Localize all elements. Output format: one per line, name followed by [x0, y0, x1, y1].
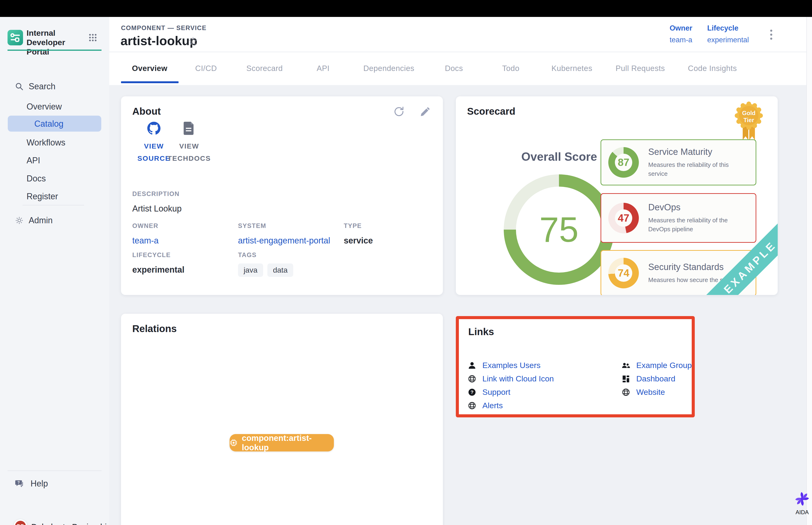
- tab-code-insights[interactable]: Code Insights: [688, 64, 737, 73]
- metric-desc: Measures the reliability of the DevOps p…: [648, 216, 749, 234]
- link-label: Dashboard: [636, 374, 675, 383]
- sidebar-item-help[interactable]: ? Help: [0, 477, 109, 490]
- metric-name: Security Standards: [648, 262, 739, 272]
- view-techdocs-link[interactable]: VIEW TECHDOCS: [166, 122, 213, 165]
- type-field-label: TYPE: [344, 222, 373, 229]
- tab-docs[interactable]: Docs: [445, 64, 463, 73]
- link-label: Example Group: [636, 361, 692, 370]
- overall-score-donut: 75: [504, 174, 614, 285]
- edit-pencil-icon[interactable]: [419, 106, 431, 117]
- aida-label: AIDA: [791, 509, 812, 515]
- link-with-cloud-icon[interactable]: Link with Cloud Icon: [468, 372, 554, 386]
- header-lifecycle: Lifecycle experimental: [707, 24, 749, 44]
- tab-dependencies[interactable]: Dependencies: [364, 64, 414, 73]
- about-card: About VIEW SOURCE: [121, 96, 443, 295]
- metric-ring: 87: [608, 147, 639, 178]
- metric-name: Service Maturity: [648, 147, 749, 157]
- globe-icon: [622, 388, 630, 396]
- sidebar-item-label: Overview: [27, 102, 62, 111]
- view-techdocs-label: VIEW TECHDOCS: [166, 140, 213, 165]
- owner-field-label: OWNER: [132, 222, 158, 229]
- user-name[interactable]: Debabrata Panigrahi: [31, 522, 107, 525]
- sidebar-item-label: API: [27, 155, 40, 165]
- tab-pull-requests[interactable]: Pull Requests: [616, 64, 665, 73]
- relations-card: Relations component:artist-lookup: [121, 314, 443, 525]
- owner-value[interactable]: team-a: [670, 36, 692, 44]
- entity-tabbar: Overview CI/CD Scorecard API Dependencie…: [109, 52, 806, 85]
- tab-todo[interactable]: Todo: [502, 64, 520, 73]
- tab-overview[interactable]: Overview: [132, 64, 168, 73]
- app-window: Internal Developer Portal Search Overvie…: [0, 0, 812, 525]
- owner-field-value[interactable]: team-a: [132, 236, 158, 245]
- relations-node-pill[interactable]: component:artist-lookup: [230, 434, 334, 451]
- sidebar-search[interactable]: Search: [0, 80, 109, 93]
- links-title: Links: [468, 326, 494, 338]
- lifecycle-label: Lifecycle: [707, 24, 749, 32]
- link-website[interactable]: Website: [622, 386, 692, 399]
- breadcrumb-kind: COMPONENT — SERVICE: [121, 25, 206, 32]
- sidebar-item-label: Register: [27, 192, 58, 201]
- scorecard-card: Scorecard Gold Tier Overall Scor: [456, 96, 778, 295]
- sidebar-item-workflows[interactable]: Workflows: [0, 136, 109, 149]
- sidebar-item-overview[interactable]: Overview: [0, 100, 109, 113]
- tab-kubernetes[interactable]: Kubernetes: [551, 64, 592, 73]
- metric-value: 47: [618, 212, 629, 224]
- system-field-label: SYSTEM: [238, 222, 330, 229]
- link-examples-users[interactable]: Examples Users: [468, 359, 554, 372]
- tab-scorecard[interactable]: Scorecard: [246, 64, 283, 73]
- sidebar-item-admin[interactable]: Admin: [0, 214, 109, 227]
- system-field-value[interactable]: artist-engagement-portal: [238, 236, 330, 245]
- tab-api[interactable]: API: [317, 64, 330, 73]
- link-label: Website: [636, 388, 665, 397]
- sidebar-item-docs[interactable]: Docs: [0, 172, 109, 185]
- metric-service-maturity[interactable]: 87 Service Maturity Measures the reliabi…: [600, 139, 756, 185]
- tags-field-label: TAGS: [238, 252, 293, 259]
- tab-cicd[interactable]: CI/CD: [195, 64, 217, 73]
- tag-chip[interactable]: data: [267, 264, 293, 277]
- sidebar-item-register[interactable]: Register: [0, 190, 109, 203]
- sidebar-item-api[interactable]: API: [0, 154, 109, 167]
- link-dashboard[interactable]: Dashboard: [622, 372, 692, 386]
- about-title: About: [132, 106, 161, 117]
- more-options-icon[interactable]: [765, 28, 777, 43]
- link-alerts[interactable]: Alerts: [468, 399, 554, 412]
- aida-flower-icon: [794, 491, 810, 507]
- lifecycle-field-value: experimental: [132, 265, 184, 275]
- person-icon: [468, 361, 476, 370]
- refresh-icon[interactable]: [393, 106, 404, 117]
- svg-text:?: ?: [17, 480, 20, 484]
- gold-tier-badge: Gold Tier: [735, 102, 763, 143]
- apps-grid-icon[interactable]: [89, 34, 97, 42]
- sidebar-item-label: Docs: [27, 174, 46, 183]
- header-owner[interactable]: Owner team-a: [670, 24, 692, 44]
- globe-icon: [468, 401, 476, 410]
- sidebar-item-label: Admin: [29, 215, 52, 225]
- sidebar-item-label: Help: [31, 479, 48, 489]
- metric-desc: Measures the reliability of this service: [648, 160, 749, 178]
- link-example-group[interactable]: Example Group: [622, 359, 692, 372]
- portal-title: Internal Developer Portal: [27, 28, 81, 56]
- link-support[interactable]: ? Support: [468, 386, 554, 399]
- link-label: Alerts: [482, 401, 503, 410]
- active-tab-indicator: [121, 81, 179, 83]
- metric-devops[interactable]: 47 DevOps Measures the reliability of th…: [600, 193, 756, 243]
- links-card-highlighted: Links Examples Users Link with Cloud Ico…: [456, 316, 695, 417]
- sidebar-search-label: Search: [29, 81, 56, 91]
- vertical-scrollbar[interactable]: [806, 17, 812, 525]
- tag-chip[interactable]: java: [238, 264, 263, 277]
- overall-score-value: 75: [539, 209, 579, 250]
- aida-assistant-widget[interactable]: AIDA: [791, 491, 812, 515]
- lifecycle-value: experimental: [707, 36, 749, 44]
- entity-header: [109, 17, 806, 52]
- techdocs-doc-icon: [183, 122, 196, 135]
- sidebar: Internal Developer Portal Search Overvie…: [0, 17, 109, 525]
- favorite-star-icon[interactable]: ☆: [188, 34, 198, 47]
- sidebar-bottom-divider: [7, 470, 102, 471]
- brand-divider: [7, 49, 102, 51]
- relations-title: Relations: [132, 323, 177, 334]
- portal-logo[interactable]: [7, 30, 23, 45]
- sidebar-item-catalog[interactable]: Catalog: [8, 116, 101, 132]
- sidebar-item-label: Workflows: [27, 138, 65, 148]
- user-avatar[interactable]: DP: [14, 519, 27, 525]
- description-value: Artist Lookup: [132, 204, 182, 214]
